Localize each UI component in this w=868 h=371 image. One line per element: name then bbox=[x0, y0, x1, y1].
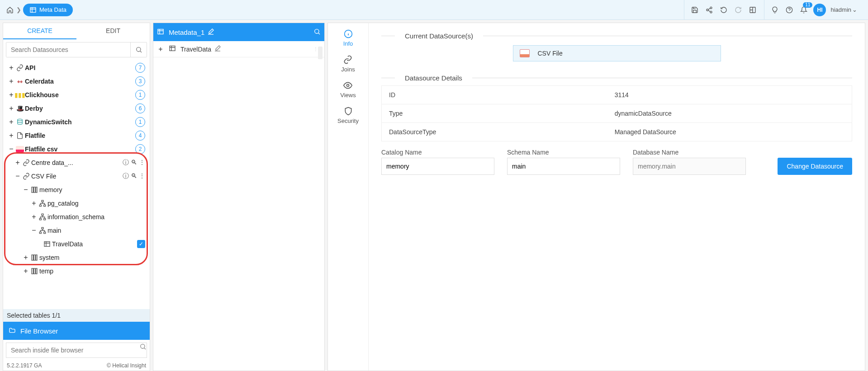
expand-icon[interactable]: + bbox=[8, 118, 15, 126]
expand-icon[interactable]: + bbox=[30, 213, 38, 221]
share-icon[interactable] bbox=[704, 5, 714, 15]
layout-icon[interactable] bbox=[748, 5, 758, 15]
ds-csv-file[interactable]: − CSV File ⓘ🔍︎⋮ bbox=[5, 169, 148, 183]
csv-card-label: CSV File bbox=[538, 50, 563, 57]
svg-rect-10 bbox=[36, 187, 37, 193]
version-label: 5.2.2.1917 GA bbox=[7, 362, 42, 369]
svg-rect-23 bbox=[36, 255, 37, 260]
svg-rect-30 bbox=[170, 46, 175, 51]
ds-traveldata[interactable]: TravelData ✓ bbox=[5, 237, 148, 251]
expand-icon[interactable]: + bbox=[8, 104, 15, 113]
undo-icon[interactable] bbox=[719, 5, 729, 15]
search-icon[interactable] bbox=[139, 343, 147, 357]
bell-icon[interactable]: 11 bbox=[799, 5, 809, 15]
svg-rect-15 bbox=[39, 218, 41, 220]
svg-point-1 bbox=[710, 7, 712, 9]
collapse-icon[interactable]: − bbox=[30, 226, 38, 235]
collapse-icon[interactable]: − bbox=[14, 172, 21, 180]
ds-derby[interactable]: + 🎩 Derby 6 bbox=[5, 102, 148, 115]
columns-icon bbox=[29, 254, 39, 261]
ds-celerdata[interactable]: + ◆◆ Celerdata 3 bbox=[5, 75, 148, 88]
schema-icon bbox=[38, 200, 47, 207]
detail-panel: Info Joins Views Security Current DataSo… bbox=[327, 23, 865, 371]
sidenav-info[interactable]: Info bbox=[343, 29, 353, 47]
sidenav-joins[interactable]: Joins bbox=[341, 55, 355, 73]
catalog-name-field: Catalog Name bbox=[381, 149, 494, 175]
search-icon[interactable] bbox=[130, 42, 147, 57]
info-icon[interactable]: ⓘ bbox=[123, 159, 129, 167]
svg-point-7 bbox=[18, 119, 23, 121]
ds-centre-data[interactable]: + Centre data_... ⓘ🔍︎⋮ bbox=[5, 156, 148, 169]
checkbox-checked[interactable]: ✓ bbox=[137, 240, 145, 248]
search-icon[interactable]: 🔍︎ bbox=[131, 159, 137, 167]
expand-icon[interactable]: + bbox=[22, 267, 29, 275]
expand-icon[interactable]: + bbox=[14, 159, 21, 167]
metadata-row-traveldata[interactable]: + TravelData ⋮⋮ bbox=[153, 41, 324, 57]
search-input[interactable] bbox=[6, 42, 130, 57]
expand-icon[interactable]: + bbox=[8, 64, 15, 72]
ds-pg-catalog[interactable]: + pg_catalog bbox=[5, 197, 148, 210]
scrollbar[interactable] bbox=[318, 47, 323, 59]
datasource-search bbox=[6, 42, 147, 57]
svg-rect-16 bbox=[44, 218, 46, 220]
link-icon bbox=[15, 64, 25, 71]
tab-edit[interactable]: EDIT bbox=[76, 23, 150, 39]
count-badge: 7 bbox=[135, 63, 145, 73]
sidenav-security[interactable]: Security bbox=[337, 107, 359, 124]
ds-dynamicswitch[interactable]: + DynamicSwitch 1 bbox=[5, 115, 148, 129]
expand-icon[interactable]: + bbox=[22, 254, 29, 262]
count-badge: 1 bbox=[135, 90, 145, 100]
save-icon[interactable] bbox=[690, 5, 700, 15]
expand-icon[interactable]: + bbox=[157, 45, 164, 53]
csv-file-card[interactable]: CSV File bbox=[513, 45, 721, 61]
ds-clickhouse[interactable]: + ▮▮▮ Clickhouse 1 bbox=[5, 88, 148, 102]
breadcrumb-label: Meta Data bbox=[39, 6, 66, 13]
ds-api[interactable]: + API 7 bbox=[5, 61, 148, 75]
search-icon[interactable] bbox=[313, 28, 321, 37]
svg-point-3 bbox=[710, 11, 712, 13]
user-menu[interactable]: hiadmin⌄ bbox=[830, 6, 857, 13]
svg-rect-11 bbox=[42, 200, 43, 202]
ds-main[interactable]: − main bbox=[5, 224, 148, 237]
edit-icon[interactable] bbox=[207, 28, 214, 37]
search-icon[interactable]: 🔍︎ bbox=[131, 172, 137, 180]
catalog-input[interactable] bbox=[381, 158, 494, 175]
schema-icon bbox=[38, 213, 47, 221]
ds-flatfile[interactable]: + Flatfile 4 bbox=[5, 129, 148, 142]
expand-icon[interactable]: + bbox=[8, 91, 15, 99]
collapse-icon[interactable]: − bbox=[22, 186, 29, 194]
expand-icon[interactable]: + bbox=[8, 131, 15, 140]
metadata-header: Metadata_1 bbox=[153, 23, 324, 41]
tab-create[interactable]: CREATE bbox=[3, 23, 76, 39]
change-datasource-button[interactable]: Change Datasource bbox=[778, 158, 852, 175]
svg-rect-8 bbox=[32, 187, 33, 193]
expand-icon[interactable]: + bbox=[30, 199, 38, 207]
redo-icon[interactable] bbox=[733, 5, 743, 15]
home-icon[interactable] bbox=[5, 5, 14, 14]
more-icon[interactable]: ⋮ bbox=[139, 159, 145, 167]
topbar: ❯ Meta Data 11 HI hiadmin⌄ bbox=[0, 0, 868, 20]
link-icon bbox=[21, 159, 31, 166]
info-icon[interactable]: ⓘ bbox=[123, 172, 129, 180]
ds-memory[interactable]: − memory bbox=[5, 183, 148, 197]
schema-input[interactable] bbox=[507, 158, 620, 175]
expand-icon[interactable]: + bbox=[8, 77, 15, 85]
ds-temp[interactable]: + temp bbox=[5, 264, 148, 278]
edit-icon[interactable] bbox=[214, 45, 221, 53]
breadcrumb-metadata[interactable]: Meta Data bbox=[23, 4, 73, 16]
celerdata-icon: ◆◆ bbox=[15, 80, 25, 84]
file-browser-button[interactable]: File Browser bbox=[3, 322, 150, 340]
collapse-icon[interactable]: − bbox=[8, 145, 15, 153]
database-input bbox=[633, 158, 746, 175]
lightbulb-icon[interactable] bbox=[770, 5, 780, 15]
ds-information-schema[interactable]: + information_schema bbox=[5, 210, 148, 224]
ds-system[interactable]: + system bbox=[5, 251, 148, 264]
ds-flatfile-csv[interactable]: − Flatfile csv 2 bbox=[5, 142, 148, 156]
avatar[interactable]: HI bbox=[813, 4, 826, 16]
sidenav-views[interactable]: Views bbox=[340, 81, 356, 99]
svg-rect-9 bbox=[34, 187, 35, 193]
file-search-input[interactable] bbox=[6, 343, 139, 357]
help-icon[interactable] bbox=[784, 5, 794, 15]
more-icon[interactable]: ⋮ bbox=[139, 172, 145, 180]
svg-rect-20 bbox=[44, 242, 50, 247]
